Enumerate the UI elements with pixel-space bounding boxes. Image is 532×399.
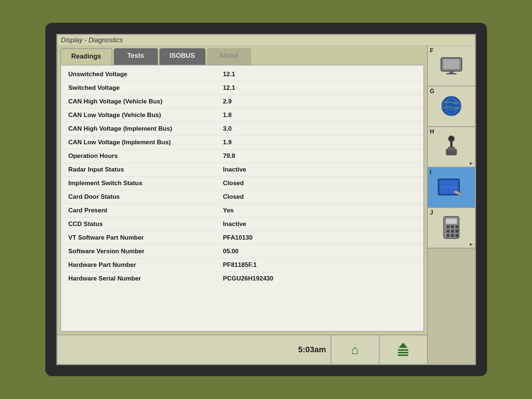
reading-row: Software Version Number05.00: [61, 245, 423, 258]
svg-point-15: [448, 136, 454, 142]
reading-label: Operation Hours: [68, 152, 223, 160]
sidebar-letter-H: H: [430, 128, 434, 135]
reading-label: Hardware Serial Number: [68, 275, 223, 282]
corner-arrow-icon: ▶: [470, 242, 473, 246]
reading-value: 12.1: [223, 84, 235, 92]
svg-point-8: [442, 96, 461, 116]
monitor-icon: [440, 56, 463, 76]
reading-row: CAN High Voltage (Vehicle Bus)2.9: [61, 95, 423, 109]
reading-label: Unswitched Voltage: [68, 71, 223, 78]
screen: Display - Diagnostics Readings Tests ISO…: [56, 34, 476, 365]
reading-label: CCD Status: [68, 220, 223, 228]
reading-row: Card PresentYes: [61, 204, 423, 218]
reading-value: Yes: [223, 207, 234, 214]
reading-row: CAN High Voltage (Implement Bus)3.0: [61, 122, 423, 136]
reading-row: VT Software Part NumberPFA10130: [61, 231, 423, 245]
reading-label: CAN Low Voltage (Vehicle Bus): [68, 112, 223, 119]
reading-value: 05.00: [223, 248, 239, 255]
svg-rect-21: [446, 219, 457, 224]
content-area: Readings Tests ISOBUS About Unswitched V…: [57, 46, 427, 364]
reading-label: Software Version Number: [68, 248, 223, 255]
sidebar: F G H ▶I J ▶: [427, 46, 475, 364]
up-list-icon: [395, 341, 411, 359]
tab-tests[interactable]: Tests: [114, 48, 158, 65]
svg-rect-27: [455, 230, 458, 233]
svg-rect-29: [451, 234, 454, 237]
home-button[interactable]: ⌂: [331, 335, 380, 364]
reading-row: Radar Input StatusInactive: [61, 163, 423, 177]
svg-rect-7: [446, 73, 457, 74]
reading-row: Card Door StatusClosed: [61, 190, 423, 204]
reading-label: CAN High Voltage (Vehicle Bus): [68, 98, 223, 105]
svg-rect-23: [451, 225, 454, 228]
reading-row: Hardware Serial NumberPCGU26H192430: [61, 272, 423, 285]
reading-row: Switched Voltage12.1: [61, 81, 423, 95]
svg-rect-30: [455, 234, 458, 237]
reading-value: Closed: [223, 180, 244, 187]
keypad-icon: [442, 216, 461, 240]
reading-row: Hardware Part NumberPF81185F.1: [61, 258, 423, 272]
reading-row: CAN Low Voltage (Implement Bus)1.9: [61, 136, 423, 149]
tab-isobus[interactable]: ISOBUS: [159, 48, 205, 65]
reading-label: Hardware Part Number: [68, 261, 223, 269]
sidebar-btn-h[interactable]: H ▶: [428, 127, 475, 167]
title-text: Display - Diagnostics: [61, 36, 123, 44]
sidebar-letter-I: I: [430, 169, 431, 176]
sidebar-btn-f[interactable]: F: [428, 46, 475, 86]
joystick-icon: [442, 135, 461, 159]
reading-row: Implement Switch StatusClosed: [61, 177, 423, 190]
sidebar-letter-F: F: [430, 47, 434, 54]
readings-panel: Unswitched Voltage12.1Switched Voltage12…: [60, 65, 424, 332]
svg-rect-5: [443, 59, 459, 69]
home-icon: ⌂: [351, 343, 359, 357]
reading-value: Closed: [223, 193, 244, 201]
reading-value: PCGU26H192430: [223, 275, 274, 282]
reading-label: Card Door Status: [68, 193, 223, 201]
device-frame: Display - Diagnostics Readings Tests ISO…: [45, 23, 487, 376]
svg-rect-6: [449, 71, 454, 73]
svg-rect-25: [447, 230, 450, 233]
up-list-button[interactable]: [380, 335, 427, 364]
reading-label: Switched Voltage: [68, 84, 223, 92]
bottom-bar: 5:03am ⌂: [57, 335, 427, 364]
reading-value: PFA10130: [223, 234, 253, 241]
reading-label: Implement Switch Status: [68, 180, 223, 187]
sidebar-letter-G: G: [430, 88, 434, 95]
sidebar-btn-i[interactable]: I: [428, 167, 475, 208]
svg-rect-24: [455, 225, 458, 228]
sidebar-letter-J: J: [430, 209, 433, 216]
main-area: Readings Tests ISOBUS About Unswitched V…: [57, 46, 475, 364]
reading-value: 2.9: [223, 98, 232, 105]
reading-value: PF81185F.1: [223, 261, 257, 269]
tab-readings[interactable]: Readings: [60, 48, 112, 65]
reading-row: CAN Low Voltage (Vehicle Bus)1.8: [61, 109, 423, 122]
reading-row: CCD StatusInactive: [61, 218, 423, 231]
reading-label: VT Software Part Number: [68, 234, 223, 241]
reading-label: Radar Input Status: [68, 166, 223, 173]
reading-value: Inactive: [223, 166, 246, 173]
sidebar-btn-g[interactable]: G: [428, 86, 475, 127]
corner-arrow-icon: ▶: [470, 161, 473, 165]
svg-rect-2: [398, 352, 408, 353]
globe-icon: [440, 95, 462, 118]
svg-rect-3: [398, 354, 408, 356]
reading-value: 79.8: [223, 152, 235, 160]
svg-marker-0: [399, 343, 408, 348]
reading-row: Unswitched Voltage12.1: [61, 68, 423, 81]
reading-value: 3.0: [223, 125, 232, 133]
reading-label: CAN High Voltage (Implement Bus): [68, 125, 223, 133]
reading-value: 1.8: [223, 112, 232, 119]
time-display: 5:03am: [57, 335, 331, 364]
svg-rect-1: [398, 349, 408, 351]
reading-value: Inactive: [223, 220, 246, 228]
reading-value: 12.1: [223, 71, 235, 78]
tab-about[interactable]: About: [207, 48, 251, 65]
svg-rect-26: [451, 230, 454, 233]
svg-rect-28: [447, 234, 450, 237]
reading-row: Operation Hours79.8: [61, 149, 423, 163]
reading-label: CAN Low Voltage (Implement Bus): [68, 139, 223, 146]
nav-box: ⌂: [331, 335, 427, 364]
sidebar-btn-j[interactable]: J ▶: [428, 208, 475, 248]
reading-label: Card Present: [68, 207, 223, 214]
svg-rect-22: [447, 225, 450, 228]
